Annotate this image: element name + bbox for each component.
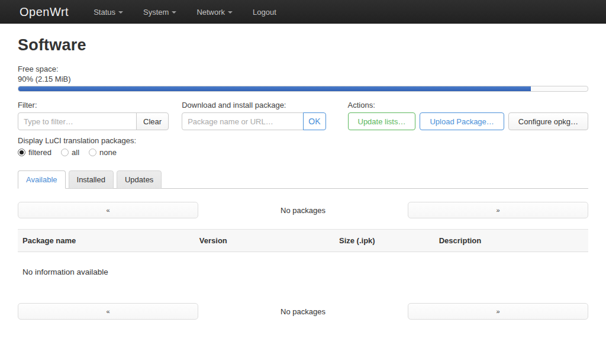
caret-down-icon xyxy=(228,11,233,14)
column-header-version: Version xyxy=(195,230,334,252)
translation-label: Display LuCI translation packages: xyxy=(18,136,169,145)
radio-button-icon xyxy=(18,149,25,156)
translation-section: Display LuCI translation packages: filte… xyxy=(18,136,169,157)
nav-item-status[interactable]: Status xyxy=(94,8,123,17)
radio-none[interactable]: none xyxy=(89,148,117,157)
next-page-button[interactable]: » xyxy=(408,202,588,218)
brand-logo[interactable]: OpenWrt xyxy=(20,5,69,19)
nav-item-label: Logout xyxy=(253,8,276,17)
nav-item-system[interactable]: System xyxy=(143,8,176,17)
controls-row: Filter: Clear Display LuCI translation p… xyxy=(18,101,588,157)
prev-page-button[interactable]: « xyxy=(18,303,198,320)
nav-item-label: Network xyxy=(196,8,225,17)
free-space-section: Free space: 90% (2.15 MiB) xyxy=(18,64,588,92)
pagination-top: « No packages » xyxy=(18,202,588,218)
prev-page-button[interactable]: « xyxy=(18,202,198,218)
upload-package-button[interactable]: Upload Package… xyxy=(420,112,504,130)
tab-bar: Available Installed Updates xyxy=(18,170,588,189)
actions-label: Actions: xyxy=(348,101,589,109)
download-label: Download and install package: xyxy=(182,101,325,109)
package-url-input[interactable] xyxy=(182,112,304,130)
free-space-value: 90% (2.15 MiB) xyxy=(18,74,588,84)
package-table: Package name Version Size (.ipk) Descrip… xyxy=(18,229,588,252)
actions-section: Actions: Update lists… Upload Package… C… xyxy=(348,101,589,130)
ok-button[interactable]: OK xyxy=(303,112,325,130)
filter-input[interactable] xyxy=(18,112,137,130)
radio-label: none xyxy=(99,148,117,157)
nav-item-logout[interactable]: Logout xyxy=(253,8,276,17)
download-section: Download and install package: OK xyxy=(182,101,325,130)
next-page-button[interactable]: » xyxy=(408,303,588,320)
column-header-package-name: Package name xyxy=(18,230,195,252)
filter-clear-button[interactable]: Clear xyxy=(136,112,169,130)
column-header-description: Description xyxy=(434,230,588,252)
page-title: Software xyxy=(18,36,588,54)
radio-button-icon xyxy=(61,149,69,156)
tab-installed[interactable]: Installed xyxy=(69,170,114,189)
nav-item-network[interactable]: Network xyxy=(196,8,233,17)
nav-item-label: Status xyxy=(94,8,115,17)
tab-updates[interactable]: Updates xyxy=(117,170,162,189)
filter-section: Filter: Clear Display LuCI translation p… xyxy=(18,101,169,157)
free-space-progress-fill xyxy=(18,86,531,91)
empty-table-message: No information available xyxy=(18,268,588,276)
pagination-status: No packages xyxy=(198,206,408,215)
radio-button-icon xyxy=(89,149,96,156)
caret-down-icon xyxy=(172,11,176,14)
pagination-bottom: « No packages » xyxy=(18,303,588,320)
tab-available[interactable]: Available xyxy=(18,170,66,189)
column-header-size: Size (.ipk) xyxy=(334,230,434,252)
top-navbar: OpenWrt Status System Network Logout xyxy=(0,0,606,24)
caret-down-icon xyxy=(118,11,123,14)
radio-filtered[interactable]: filtered xyxy=(18,148,51,157)
free-space-label: Free space: xyxy=(18,64,588,74)
pagination-status: No packages xyxy=(198,307,408,316)
radio-all[interactable]: all xyxy=(61,148,79,157)
update-lists-button[interactable]: Update lists… xyxy=(348,112,416,130)
radio-label: filtered xyxy=(28,148,51,157)
radio-label: all xyxy=(72,148,79,157)
table-header-row: Package name Version Size (.ipk) Descrip… xyxy=(18,230,588,252)
nav-item-label: System xyxy=(143,8,169,17)
configure-opkg-button[interactable]: Configure opkg… xyxy=(508,112,588,130)
free-space-progressbar xyxy=(18,86,588,92)
filter-label: Filter: xyxy=(18,101,169,109)
